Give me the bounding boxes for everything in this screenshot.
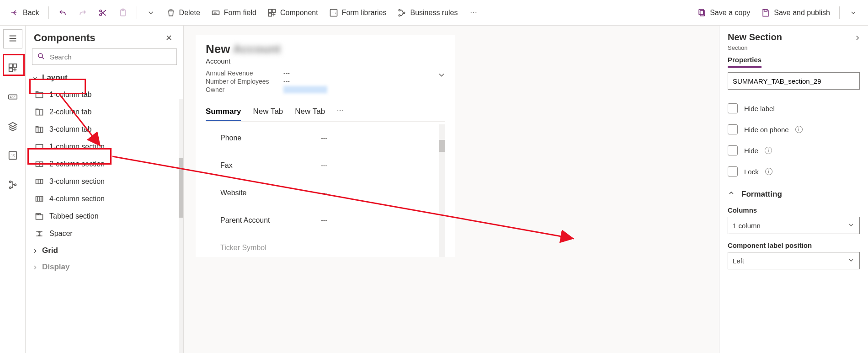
form-card[interactable]: New Account Account Annual Revenue --- N…	[196, 35, 455, 257]
field-row[interactable]: Phone ---	[206, 124, 445, 152]
separator	[839, 6, 840, 19]
svg-text:Abc: Abc	[213, 11, 218, 14]
item-1-column-section[interactable]: 1-column section	[28, 138, 181, 155]
cut-button[interactable]	[93, 5, 113, 20]
undo-button[interactable]	[53, 5, 73, 20]
formatting-header[interactable]: Formatting	[728, 189, 860, 199]
more-chevron[interactable]	[141, 5, 161, 20]
back-label: Back	[23, 9, 39, 17]
item-label: 2-column tab	[49, 108, 92, 116]
item-label: Tabbed section	[49, 212, 99, 220]
rail-layers[interactable]	[3, 117, 22, 136]
redo-button[interactable]	[73, 5, 93, 20]
check-hide-label[interactable]: Hide label	[728, 98, 860, 119]
business-rules-button[interactable]: Business rules	[392, 5, 463, 20]
hamburger-icon	[8, 33, 18, 45]
form-field-button[interactable]: Abc Form field	[206, 5, 262, 20]
section-name-input[interactable]	[728, 72, 860, 90]
item-2-column-section[interactable]: 2-column section	[28, 155, 181, 173]
svg-point-23	[9, 181, 11, 182]
group-layout[interactable]: Layout	[26, 70, 183, 86]
checkbox-icon[interactable]	[728, 145, 738, 155]
checkbox-icon[interactable]	[728, 124, 738, 134]
expand-pane[interactable]	[853, 34, 862, 43]
item-label: 2-column section	[49, 160, 105, 168]
item-spacer[interactable]: Spacer	[28, 225, 181, 242]
info-icon[interactable]: i	[795, 126, 803, 133]
item-3-column-section[interactable]: 3-column section	[28, 173, 181, 190]
header-value: ---	[283, 70, 290, 77]
svg-text:JS: JS	[332, 11, 336, 15]
check-hide-phone[interactable]: Hide on phone i	[728, 119, 860, 140]
item-label: 3-column tab	[49, 125, 92, 134]
info-icon[interactable]: i	[765, 168, 772, 175]
component-button[interactable]: Component	[262, 5, 324, 20]
top-toolbar: Back Delete Abc Form fi	[0, 0, 868, 26]
formatting-label: Formatting	[741, 190, 782, 199]
item-3-column-tab[interactable]: 3-column tab	[28, 121, 181, 138]
field-row[interactable]: Ticker Symbol	[206, 234, 445, 257]
save-publish-chevron[interactable]	[843, 5, 863, 20]
redo-icon	[78, 8, 87, 17]
tab1-icon	[35, 90, 44, 99]
panel-close[interactable]: ✕	[163, 32, 175, 43]
info-icon[interactable]: i	[765, 147, 772, 154]
rail-tree[interactable]	[3, 176, 22, 195]
labelpos-select[interactable]: Left	[728, 252, 860, 269]
tab-summary[interactable]: Summary	[206, 103, 241, 121]
checkbox-icon[interactable]	[728, 103, 738, 113]
checkbox-icon[interactable]	[728, 166, 738, 176]
svg-point-1	[99, 14, 101, 16]
rail-hamburger[interactable]	[3, 29, 22, 48]
form-libraries-button[interactable]: JS Form libraries	[324, 5, 392, 20]
field-row[interactable]: Website ---	[206, 179, 445, 207]
save-copy-label: Save a copy	[710, 9, 750, 17]
props-tab-properties[interactable]: Properties	[728, 56, 761, 68]
tab-overflow[interactable]: ⋯	[337, 103, 343, 121]
paste-button[interactable]	[113, 5, 133, 20]
tab-new-2[interactable]: New Tab	[295, 103, 325, 121]
header-field: Owner	[206, 86, 445, 93]
scroll-thumb[interactable]	[439, 140, 445, 152]
columns-select[interactable]: 1 column	[728, 217, 860, 234]
body-scrollbar[interactable]	[439, 124, 445, 257]
spacer-icon	[35, 229, 44, 238]
title-prefix: New	[206, 42, 230, 56]
rail-components[interactable]	[3, 59, 22, 78]
undo-icon	[58, 8, 67, 17]
save-publish-button[interactable]: Save and publish	[756, 5, 836, 20]
item-label: 4-column section	[49, 195, 105, 203]
check-lock[interactable]: Lock i	[728, 161, 860, 182]
check-label: Hide	[744, 147, 758, 155]
search-input[interactable]	[49, 53, 172, 61]
item-2-column-tab[interactable]: 2-column tab	[28, 103, 181, 121]
separator	[48, 6, 49, 19]
back-button[interactable]: Back	[5, 5, 45, 20]
panel-scrollbar[interactable]	[179, 99, 183, 353]
header-label: Annual Revenue	[206, 70, 283, 77]
item-4-column-section[interactable]: 4-column section	[28, 190, 181, 208]
field-row[interactable]: Fax ---	[206, 152, 445, 179]
save-publish-icon	[761, 8, 770, 17]
form-canvas: New Account Account Annual Revenue --- N…	[184, 26, 719, 353]
rail-fields[interactable]: Abc	[3, 88, 22, 107]
header-collapse[interactable]	[437, 70, 446, 81]
check-hide[interactable]: Hide i	[728, 140, 860, 161]
group-grid[interactable]: Grid	[26, 242, 183, 259]
field-row[interactable]: Parent Account ---	[206, 207, 445, 234]
tab-new-1[interactable]: New Tab	[253, 103, 283, 121]
group-display[interactable]: Display	[26, 259, 183, 275]
clipboard-icon	[118, 8, 128, 17]
group-layout-label: Layout	[42, 73, 68, 82]
save-copy-button[interactable]: Save a copy	[692, 5, 756, 20]
rail-js[interactable]: JS	[3, 146, 22, 166]
scroll-thumb[interactable]	[179, 158, 183, 218]
delete-button[interactable]: Delete	[161, 5, 206, 20]
item-tabbed-section[interactable]: Tabbed section	[28, 208, 181, 225]
search-box[interactable]	[32, 48, 177, 65]
close-icon: ✕	[165, 33, 172, 43]
header-label: Owner	[206, 86, 283, 93]
toolbar-overflow[interactable]: ⋯	[463, 5, 484, 20]
columns-label: Columns	[728, 206, 860, 214]
item-1-column-tab[interactable]: 1-column tab	[28, 86, 181, 103]
